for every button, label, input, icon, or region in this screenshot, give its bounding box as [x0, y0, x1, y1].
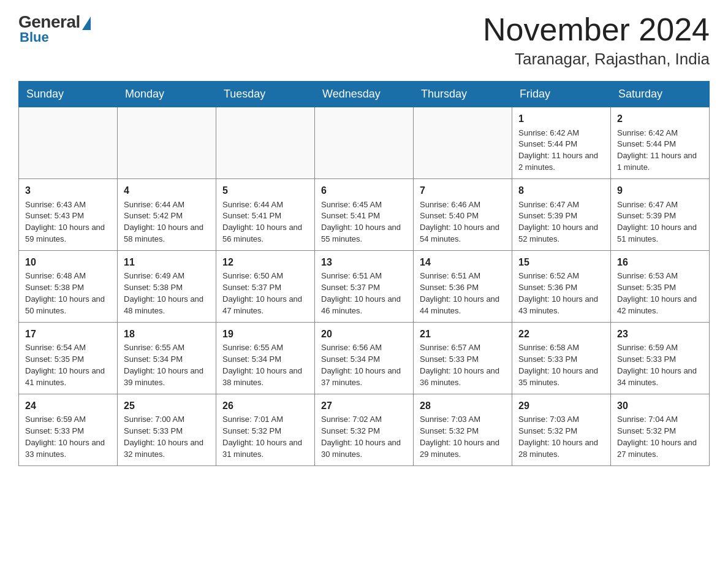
day-info: Sunrise: 6:50 AM Sunset: 5:37 PM Dayligh…: [222, 271, 302, 315]
location-subtitle: Taranagar, Rajasthan, India: [483, 50, 710, 69]
day-number: 25: [124, 399, 210, 413]
day-number: 23: [617, 327, 703, 341]
calendar-cell: 2Sunrise: 6:42 AM Sunset: 5:44 PM Daylig…: [611, 107, 710, 179]
day-info: Sunrise: 7:03 AM Sunset: 5:32 PM Dayligh…: [420, 415, 499, 459]
day-number: 27: [321, 399, 407, 413]
day-info: Sunrise: 6:44 AM Sunset: 5:42 PM Dayligh…: [124, 200, 203, 244]
day-number: 2: [617, 112, 703, 126]
calendar-week-row: 10Sunrise: 6:48 AM Sunset: 5:38 PM Dayli…: [19, 251, 710, 323]
calendar-cell: 16Sunrise: 6:53 AM Sunset: 5:35 PM Dayli…: [611, 251, 710, 323]
calendar-week-row: 3Sunrise: 6:43 AM Sunset: 5:43 PM Daylig…: [19, 179, 710, 251]
weekday-header-tuesday: Tuesday: [216, 82, 315, 107]
day-number: 13: [321, 256, 407, 269]
day-number: 19: [222, 327, 308, 341]
logo: General Blue: [18, 12, 91, 45]
day-info: Sunrise: 6:56 AM Sunset: 5:34 PM Dayligh…: [321, 343, 401, 387]
calendar-cell: 11Sunrise: 6:49 AM Sunset: 5:38 PM Dayli…: [118, 251, 216, 323]
calendar-cell: 13Sunrise: 6:51 AM Sunset: 5:37 PM Dayli…: [315, 251, 414, 323]
calendar-cell: 5Sunrise: 6:44 AM Sunset: 5:41 PM Daylig…: [216, 179, 315, 251]
day-info: Sunrise: 6:57 AM Sunset: 5:33 PM Dayligh…: [420, 343, 499, 387]
day-info: Sunrise: 6:47 AM Sunset: 5:39 PM Dayligh…: [518, 200, 598, 244]
day-number: 22: [518, 327, 604, 341]
calendar-cell: 9Sunrise: 6:47 AM Sunset: 5:39 PM Daylig…: [611, 179, 710, 251]
calendar-cell: [118, 107, 216, 179]
day-number: 3: [25, 184, 111, 197]
day-info: Sunrise: 6:55 AM Sunset: 5:34 PM Dayligh…: [222, 343, 302, 387]
weekday-header-friday: Friday: [512, 82, 611, 107]
calendar-cell: 30Sunrise: 7:04 AM Sunset: 5:32 PM Dayli…: [611, 394, 710, 466]
day-info: Sunrise: 6:48 AM Sunset: 5:38 PM Dayligh…: [25, 271, 105, 315]
calendar-cell: 8Sunrise: 6:47 AM Sunset: 5:39 PM Daylig…: [512, 179, 611, 251]
day-info: Sunrise: 7:01 AM Sunset: 5:32 PM Dayligh…: [222, 415, 302, 459]
weekday-header-thursday: Thursday: [414, 82, 512, 107]
logo-blue-text: Blue: [20, 29, 49, 45]
day-number: 11: [124, 256, 210, 269]
weekday-header-monday: Monday: [118, 82, 216, 107]
day-info: Sunrise: 7:00 AM Sunset: 5:33 PM Dayligh…: [124, 415, 203, 459]
day-number: 20: [321, 327, 407, 341]
calendar-cell: [19, 107, 118, 179]
day-info: Sunrise: 6:44 AM Sunset: 5:41 PM Dayligh…: [222, 200, 302, 244]
calendar-cell: 12Sunrise: 6:50 AM Sunset: 5:37 PM Dayli…: [216, 251, 315, 323]
day-info: Sunrise: 6:42 AM Sunset: 5:44 PM Dayligh…: [518, 128, 598, 172]
page-header: General Blue November 2024 Taranagar, Ra…: [18, 12, 710, 69]
day-number: 29: [518, 399, 604, 413]
day-number: 30: [617, 399, 703, 413]
weekday-header-sunday: Sunday: [19, 82, 118, 107]
calendar-cell: [414, 107, 512, 179]
day-number: 8: [518, 184, 604, 197]
day-info: Sunrise: 6:51 AM Sunset: 5:36 PM Dayligh…: [420, 271, 499, 315]
day-info: Sunrise: 6:45 AM Sunset: 5:41 PM Dayligh…: [321, 200, 401, 244]
day-info: Sunrise: 6:59 AM Sunset: 5:33 PM Dayligh…: [617, 343, 697, 387]
calendar-cell: [216, 107, 315, 179]
day-number: 9: [617, 184, 703, 197]
calendar-week-row: 24Sunrise: 6:59 AM Sunset: 5:33 PM Dayli…: [19, 394, 710, 466]
day-number: 14: [420, 256, 506, 269]
month-year-title: November 2024: [483, 12, 710, 47]
day-info: Sunrise: 6:51 AM Sunset: 5:37 PM Dayligh…: [321, 271, 401, 315]
calendar-cell: 15Sunrise: 6:52 AM Sunset: 5:36 PM Dayli…: [512, 251, 611, 323]
calendar-cell: 23Sunrise: 6:59 AM Sunset: 5:33 PM Dayli…: [611, 323, 710, 394]
day-number: 4: [124, 184, 210, 197]
weekday-header-wednesday: Wednesday: [315, 82, 414, 107]
calendar-cell: 20Sunrise: 6:56 AM Sunset: 5:34 PM Dayli…: [315, 323, 414, 394]
day-number: 6: [321, 184, 407, 197]
day-info: Sunrise: 7:02 AM Sunset: 5:32 PM Dayligh…: [321, 415, 401, 459]
calendar-cell: 21Sunrise: 6:57 AM Sunset: 5:33 PM Dayli…: [414, 323, 512, 394]
calendar-cell: 7Sunrise: 6:46 AM Sunset: 5:40 PM Daylig…: [414, 179, 512, 251]
day-number: 24: [25, 399, 111, 413]
calendar-cell: 10Sunrise: 6:48 AM Sunset: 5:38 PM Dayli…: [19, 251, 118, 323]
day-info: Sunrise: 6:49 AM Sunset: 5:38 PM Dayligh…: [124, 271, 203, 315]
calendar-cell: 29Sunrise: 7:03 AM Sunset: 5:32 PM Dayli…: [512, 394, 611, 466]
day-info: Sunrise: 6:43 AM Sunset: 5:43 PM Dayligh…: [25, 200, 105, 244]
day-info: Sunrise: 6:58 AM Sunset: 5:33 PM Dayligh…: [518, 343, 598, 387]
day-info: Sunrise: 7:04 AM Sunset: 5:32 PM Dayligh…: [617, 415, 697, 459]
day-info: Sunrise: 7:03 AM Sunset: 5:32 PM Dayligh…: [518, 415, 598, 459]
calendar-cell: 4Sunrise: 6:44 AM Sunset: 5:42 PM Daylig…: [118, 179, 216, 251]
logo-triangle-icon: [82, 17, 91, 30]
calendar-week-row: 17Sunrise: 6:54 AM Sunset: 5:35 PM Dayli…: [19, 323, 710, 394]
title-section: November 2024 Taranagar, Rajasthan, Indi…: [483, 12, 710, 69]
calendar-cell: 3Sunrise: 6:43 AM Sunset: 5:43 PM Daylig…: [19, 179, 118, 251]
calendar-cell: 14Sunrise: 6:51 AM Sunset: 5:36 PM Dayli…: [414, 251, 512, 323]
calendar-cell: 6Sunrise: 6:45 AM Sunset: 5:41 PM Daylig…: [315, 179, 414, 251]
day-info: Sunrise: 6:59 AM Sunset: 5:33 PM Dayligh…: [25, 415, 105, 459]
calendar-cell: 26Sunrise: 7:01 AM Sunset: 5:32 PM Dayli…: [216, 394, 315, 466]
calendar-cell: 24Sunrise: 6:59 AM Sunset: 5:33 PM Dayli…: [19, 394, 118, 466]
calendar-cell: 22Sunrise: 6:58 AM Sunset: 5:33 PM Dayli…: [512, 323, 611, 394]
day-info: Sunrise: 6:47 AM Sunset: 5:39 PM Dayligh…: [617, 200, 697, 244]
day-info: Sunrise: 6:53 AM Sunset: 5:35 PM Dayligh…: [617, 271, 697, 315]
calendar-cell: 27Sunrise: 7:02 AM Sunset: 5:32 PM Dayli…: [315, 394, 414, 466]
day-number: 12: [222, 256, 308, 269]
day-number: 17: [25, 327, 111, 341]
calendar-cell: 25Sunrise: 7:00 AM Sunset: 5:33 PM Dayli…: [118, 394, 216, 466]
day-number: 18: [124, 327, 210, 341]
calendar-cell: 18Sunrise: 6:55 AM Sunset: 5:34 PM Dayli…: [118, 323, 216, 394]
day-number: 7: [420, 184, 506, 197]
calendar-cell: 19Sunrise: 6:55 AM Sunset: 5:34 PM Dayli…: [216, 323, 315, 394]
day-info: Sunrise: 6:46 AM Sunset: 5:40 PM Dayligh…: [420, 200, 499, 244]
day-number: 5: [222, 184, 308, 197]
day-number: 10: [25, 256, 111, 269]
day-info: Sunrise: 6:52 AM Sunset: 5:36 PM Dayligh…: [518, 271, 598, 315]
weekday-header-saturday: Saturday: [611, 82, 710, 107]
